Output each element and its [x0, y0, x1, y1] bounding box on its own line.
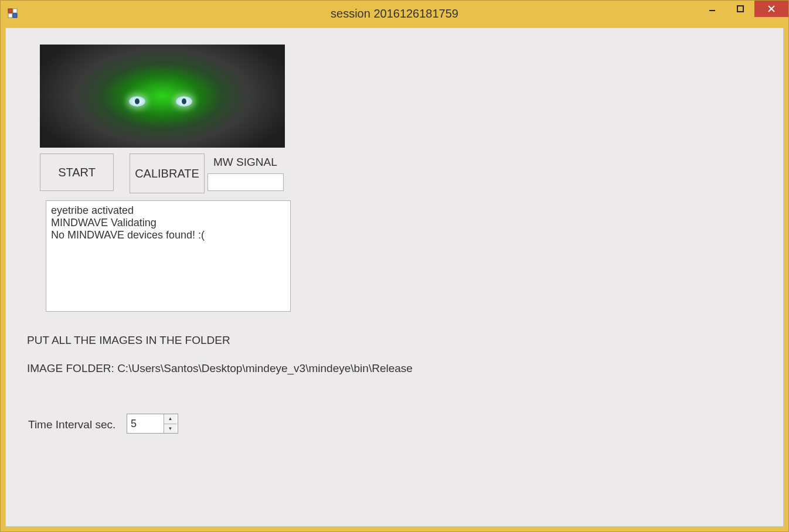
close-button[interactable]: [754, 1, 788, 17]
calibrate-button[interactable]: CALIBRATE: [130, 154, 205, 193]
mw-signal-input[interactable]: [208, 173, 284, 191]
svg-rect-3: [13, 13, 17, 18]
app-icon: [8, 8, 18, 19]
time-interval-label: Time Interval sec.: [28, 418, 115, 431]
image-folder-path: IMAGE FOLDER: C:\Users\Santos\Desktop\mi…: [27, 362, 413, 375]
log-output[interactable]: [46, 200, 291, 312]
time-interval-stepper[interactable]: ▲ ▼: [127, 414, 178, 434]
minimize-button[interactable]: [698, 1, 726, 17]
app-window: session 2016126181759 START CALIBRATE MW…: [0, 0, 789, 532]
client-area: START CALIBRATE MW SIGNAL PUT ALL THE IM…: [5, 28, 784, 527]
instruction-put-images: PUT ALL THE IMAGES IN THE FOLDER: [27, 334, 230, 347]
svg-rect-5: [737, 6, 743, 12]
maximize-button[interactable]: [726, 1, 754, 17]
eye-left-icon: [129, 96, 145, 107]
svg-rect-2: [8, 13, 12, 18]
spinner-up-button[interactable]: ▲: [164, 414, 176, 424]
eye-tracker-image: [40, 45, 285, 148]
mw-signal-label: MW SIGNAL: [213, 156, 277, 169]
eye-right-icon: [176, 96, 192, 107]
time-interval-input[interactable]: [127, 414, 164, 433]
titlebar[interactable]: session 2016126181759: [1, 1, 788, 26]
start-button[interactable]: START: [40, 154, 114, 191]
svg-rect-0: [8, 9, 12, 13]
spinner-down-button[interactable]: ▼: [164, 424, 176, 434]
svg-rect-1: [13, 9, 17, 13]
window-controls: [698, 1, 788, 18]
window-title: session 2016126181759: [331, 7, 458, 21]
